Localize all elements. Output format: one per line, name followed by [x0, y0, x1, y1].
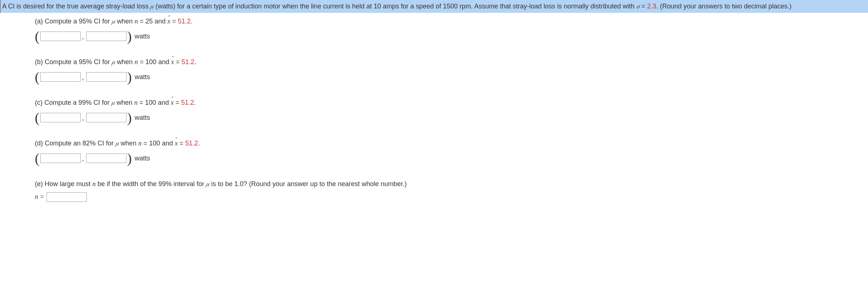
- part-c-label: (c) Compute a 99% CI for: [35, 99, 111, 106]
- close-paren: ): [127, 70, 132, 84]
- intro-text-1: A CI is desired for the true average str…: [2, 3, 150, 10]
- part-e-prompt: (e) How large must n be if the width of …: [35, 179, 868, 189]
- part-d-prompt: (d) Compute an 82% CI for 𝜇 when n = 100…: [35, 138, 868, 148]
- comma: ,: [82, 154, 84, 165]
- part-b-xeq: =: [174, 58, 182, 66]
- part-b-upper-input[interactable]: [86, 72, 126, 82]
- xbar-symbol: x: [171, 98, 174, 108]
- part-a: (a) Compute a 95% CI for 𝜇 when n = 25 a…: [35, 16, 868, 43]
- xbar-symbol: x: [168, 16, 170, 26]
- part-b-lower-input[interactable]: [40, 72, 81, 82]
- open-paren: (: [35, 151, 40, 165]
- intro-eq: =: [640, 3, 647, 10]
- part-c-period: .: [194, 99, 196, 106]
- mu-symbol: 𝜇: [112, 18, 115, 25]
- part-d-neq: = 100 and: [141, 140, 175, 147]
- part-b-prompt: (b) Compute a 95% CI for 𝜇 when n = 100 …: [35, 57, 868, 67]
- part-a-answer-row: ( , ) watts: [35, 29, 868, 43]
- part-b-period: .: [194, 58, 196, 66]
- close-paren: ): [127, 111, 132, 125]
- part-d-lower-input[interactable]: [40, 153, 81, 163]
- xbar-value: 51.2: [181, 99, 194, 106]
- part-a-xeq: =: [170, 18, 178, 25]
- part-e-input[interactable]: [47, 192, 87, 202]
- part-a-lower-input[interactable]: [40, 32, 81, 41]
- xbar-symbol: x: [171, 57, 174, 67]
- part-c-neq: = 100 and: [137, 99, 171, 106]
- mu-symbol: 𝜇: [111, 99, 115, 106]
- n-var: n: [135, 58, 138, 66]
- part-b-neq: = 100 and: [138, 58, 171, 66]
- part-e-answer-row: n =: [35, 192, 868, 202]
- part-a-label: (a) Compute a 95% CI for: [35, 18, 112, 25]
- part-d-label: (d) Compute an 82% CI for: [35, 140, 115, 147]
- sigma-symbol: 𝜎: [636, 3, 640, 10]
- open-paren: (: [35, 70, 40, 84]
- open-paren: (: [35, 29, 40, 43]
- part-a-neq: = 25 and: [138, 18, 168, 25]
- n-var: n: [138, 140, 141, 147]
- part-c-answer-row: ( , ) watts: [35, 111, 868, 125]
- units-label: watts: [135, 153, 150, 163]
- comma: ,: [82, 32, 84, 43]
- xbar-value: 51.2: [181, 58, 194, 66]
- part-d-answer-row: ( , ) watts: [35, 151, 868, 165]
- part-d-upper-input[interactable]: [86, 153, 126, 163]
- n-var: n: [134, 99, 137, 106]
- problem-intro: A CI is desired for the true average str…: [0, 0, 868, 13]
- part-b: (b) Compute a 95% CI for 𝜇 when n = 100 …: [35, 57, 868, 84]
- n-var: n: [135, 18, 138, 25]
- xbar-symbol: x: [175, 138, 178, 148]
- part-c-lower-input[interactable]: [40, 113, 81, 122]
- part-b-when: when: [115, 58, 135, 66]
- part-a-period: .: [191, 18, 192, 25]
- intro-text-2: (watts) for a certain type of induction …: [154, 3, 636, 10]
- part-c-when: when: [115, 99, 134, 106]
- part-c: (c) Compute a 99% CI for 𝜇 when n = 100 …: [35, 98, 868, 125]
- part-c-upper-input[interactable]: [86, 113, 126, 122]
- close-paren: ): [127, 29, 132, 43]
- mu-symbol: 𝜇: [206, 180, 209, 188]
- n-equals-label: n =: [35, 192, 44, 202]
- xbar-value: 51.2: [178, 18, 191, 25]
- part-a-when: when: [115, 18, 135, 25]
- part-d-xeq: =: [178, 140, 185, 147]
- part-c-prompt: (c) Compute a 99% CI for 𝜇 when n = 100 …: [35, 98, 868, 108]
- units-label: watts: [135, 72, 150, 82]
- part-a-prompt: (a) Compute a 95% CI for 𝜇 when n = 25 a…: [35, 16, 868, 26]
- intro-text-3: . (Round your answers to two decimal pla…: [656, 3, 791, 10]
- part-d-period: .: [198, 140, 200, 147]
- open-paren: (: [35, 111, 40, 125]
- part-a-upper-input[interactable]: [86, 32, 126, 41]
- comma: ,: [82, 113, 84, 125]
- part-e: (e) How large must n be if the width of …: [35, 179, 868, 202]
- mu-symbol: 𝜇: [150, 3, 154, 10]
- part-b-answer-row: ( , ) watts: [35, 70, 868, 84]
- part-c-xeq: =: [174, 99, 181, 106]
- part-e-end: is to be 1.0? (Round your answer up to t…: [209, 180, 407, 188]
- n-var: n: [92, 180, 96, 188]
- close-paren: ): [127, 151, 132, 165]
- comma: ,: [82, 73, 84, 84]
- units-label: watts: [135, 113, 150, 123]
- part-d-when: when: [119, 140, 138, 147]
- part-e-label: (e) How large must: [35, 180, 92, 188]
- part-b-label: (b) Compute a 95% CI for: [35, 58, 112, 66]
- sigma-value: 2.3: [647, 3, 656, 10]
- units-label: watts: [135, 32, 150, 41]
- part-d: (d) Compute an 82% CI for 𝜇 when n = 100…: [35, 138, 868, 165]
- part-e-mid: be if the width of the 99% interval for: [96, 180, 206, 188]
- mu-symbol: 𝜇: [112, 58, 115, 66]
- xbar-value: 51.2: [185, 140, 198, 147]
- mu-symbol: 𝜇: [115, 140, 119, 147]
